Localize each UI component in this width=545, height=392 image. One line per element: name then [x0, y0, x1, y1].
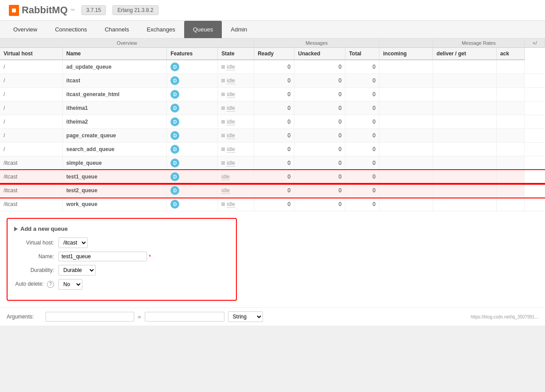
table-row[interactable]: /itcast simple_queue D idle 0 0 0 — [0, 156, 545, 170]
cell-name[interactable]: ad_update_queue — [62, 60, 166, 74]
cell-name[interactable]: itcast_generate_html — [62, 88, 166, 101]
state-text: idle — [227, 105, 235, 112]
cell-state: idle — [218, 156, 254, 170]
table-row[interactable]: /itcast work_queue D idle 0 0 0 — [0, 198, 545, 211]
cell-ack — [496, 184, 525, 198]
nav-connections[interactable]: Connections — [46, 21, 96, 38]
col-unacked: Unacked — [294, 48, 345, 60]
main-nav: Overview Connections Channels Exchanges … — [0, 21, 545, 39]
logo: ■ RabbitMQ ™ — [9, 4, 75, 16]
cell-ready: 0 — [254, 198, 294, 211]
virtual-host-label: Virtual host: — [14, 240, 58, 246]
cell-name[interactable]: work_queue — [62, 198, 166, 211]
csdn-link: https://blog.csdn.net/iq_3507991... — [471, 314, 538, 319]
table-row[interactable]: / search_add_queue D idle 0 0 0 — [0, 143, 545, 156]
logo-icon: ■ — [9, 5, 19, 16]
cell-state: idle — [218, 129, 254, 143]
col-ready: Ready — [254, 48, 294, 60]
table-row[interactable]: /itcast test2_queue D idle 0 0 0 — [0, 184, 545, 198]
collapse-icon[interactable] — [14, 227, 18, 231]
cell-name[interactable]: itheima2 — [62, 115, 166, 129]
cell-incoming — [379, 184, 433, 198]
add-queue-title-text: Add a new queue — [20, 225, 68, 232]
table-row[interactable]: /itcast test1_queue D idle 0 0 0 — [0, 170, 545, 184]
cell-unacked: 0 — [294, 115, 345, 129]
add-queue-title: Add a new queue — [14, 225, 229, 232]
name-input[interactable] — [58, 252, 147, 261]
cell-deliver-get — [433, 74, 497, 88]
cell-name[interactable]: search_add_queue — [62, 143, 166, 156]
nav-overview[interactable]: Overview — [4, 21, 46, 38]
cell-ready: 0 — [254, 184, 294, 198]
group-message-rates: Message Rates — [433, 39, 525, 48]
cell-ack — [496, 101, 525, 115]
cell-ready: 0 — [254, 74, 294, 88]
virtual-host-select[interactable]: /itcast / — [58, 237, 88, 248]
cell-state: idle — [218, 60, 254, 74]
cell-deliver-get — [433, 184, 497, 198]
table-row[interactable]: / page_create_queue D idle 0 0 0 — [0, 129, 545, 143]
table-row[interactable]: / itheima1 D idle 0 0 0 — [0, 101, 545, 115]
cell-incoming — [379, 115, 433, 129]
cell-incoming — [379, 101, 433, 115]
nav-channels[interactable]: Channels — [96, 21, 138, 38]
durability-row: Durability: Durable Transient — [14, 265, 229, 276]
cell-feature: D — [167, 129, 218, 143]
auto-delete-help[interactable]: ? — [47, 281, 54, 288]
queues-table: Overview Messages Message Rates +/ Virtu… — [0, 39, 545, 211]
arguments-label: Arguments: — [7, 314, 42, 320]
cell-state: idle — [218, 143, 254, 156]
state-text: idle — [221, 187, 230, 194]
cell-feature: D — [167, 156, 218, 170]
arg-type-select[interactable]: String Number Boolean List — [228, 311, 263, 322]
feature-badge: D — [170, 159, 179, 167]
auto-delete-select[interactable]: No Yes — [58, 279, 82, 290]
cell-deliver-get — [433, 129, 497, 143]
nav-queues[interactable]: Queues — [184, 21, 222, 38]
cell-ready: 0 — [254, 101, 294, 115]
group-plus: +/ — [525, 39, 545, 48]
cell-name[interactable]: test2_queue — [62, 184, 166, 198]
arg-value-input[interactable] — [145, 312, 224, 322]
cell-feature: D — [167, 101, 218, 115]
cell-name[interactable]: test1_queue — [62, 170, 166, 184]
state-text: idle — [221, 174, 230, 180]
arguments-section: Arguments: = String Number Boolean List … — [0, 307, 545, 326]
queue-table-body: / ad_update_queue D idle 0 0 0 / itcast … — [0, 60, 545, 211]
cell-ack — [496, 74, 525, 88]
feature-badge: D — [170, 104, 179, 113]
col-incoming: incoming — [379, 48, 433, 60]
cell-vhost: / — [0, 88, 62, 101]
state-text: idle — [227, 78, 235, 84]
cell-state: idle — [218, 184, 254, 198]
state-icon — [221, 79, 225, 82]
cell-unacked: 0 — [294, 60, 345, 74]
cell-name[interactable]: simple_queue — [62, 156, 166, 170]
cell-vhost: / — [0, 143, 62, 156]
add-queue-section: Add a new queue Virtual host: /itcast / … — [7, 218, 237, 301]
durability-select[interactable]: Durable Transient — [58, 265, 96, 276]
cell-name[interactable]: itheima1 — [62, 101, 166, 115]
state-text: idle — [227, 146, 235, 153]
erlang-badge: Erlang 21.3.8.2 — [112, 5, 158, 15]
cell-name[interactable]: page_create_queue — [62, 129, 166, 143]
cell-incoming — [379, 60, 433, 74]
state-icon — [221, 120, 225, 124]
table-row[interactable]: / itheima2 D idle 0 0 0 — [0, 115, 545, 129]
table-row[interactable]: / itcast D idle 0 0 0 — [0, 74, 545, 88]
cell-name[interactable]: itcast — [62, 74, 166, 88]
table-row[interactable]: / itcast_generate_html D idle 0 0 0 — [0, 88, 545, 101]
cell-total: 0 — [345, 184, 379, 198]
name-label: Name: — [14, 253, 58, 260]
nav-admin[interactable]: Admin — [222, 21, 256, 38]
arg-key-input[interactable] — [46, 312, 134, 322]
col-ack: ack — [496, 48, 525, 60]
cell-ready: 0 — [254, 156, 294, 170]
group-messages: Messages — [254, 39, 379, 48]
feature-badge: D — [170, 200, 179, 209]
nav-exchanges[interactable]: Exchanges — [138, 21, 184, 38]
cell-ready: 0 — [254, 143, 294, 156]
virtual-host-row: Virtual host: /itcast / — [14, 237, 229, 248]
table-row[interactable]: / ad_update_queue D idle 0 0 0 — [0, 60, 545, 74]
cell-ack — [496, 115, 525, 129]
